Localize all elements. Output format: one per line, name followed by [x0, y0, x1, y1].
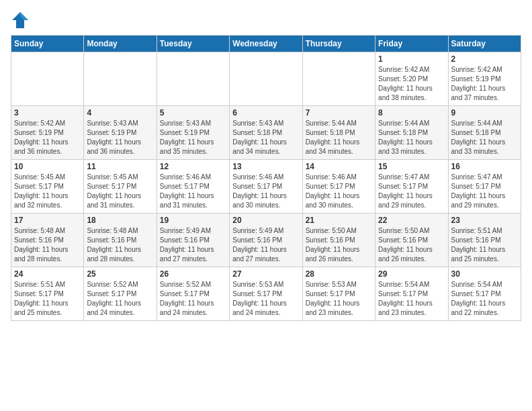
day-info: Sunrise: 5:42 AM Sunset: 5:20 PM Dayligh… [378, 65, 445, 103]
day-info: Sunrise: 5:44 AM Sunset: 5:18 PM Dayligh… [306, 119, 372, 156]
calendar-cell: 18Sunrise: 5:48 AM Sunset: 5:16 PM Dayli… [84, 214, 157, 267]
calendar-cell: 29Sunrise: 5:54 AM Sunset: 5:17 PM Dayli… [375, 267, 448, 321]
logo [11, 11, 32, 30]
day-info: Sunrise: 5:49 AM Sunset: 5:16 PM Dayligh… [232, 226, 299, 264]
day-info: Sunrise: 5:51 AM Sunset: 5:17 PM Dayligh… [14, 280, 81, 318]
calendar-cell: 15Sunrise: 5:47 AM Sunset: 5:17 PM Dayli… [375, 160, 448, 214]
day-number: 27 [232, 269, 299, 279]
weekday-header-thursday: Thursday [302, 36, 375, 52]
day-number: 4 [87, 108, 153, 118]
calendar-cell: 20Sunrise: 5:49 AM Sunset: 5:16 PM Dayli… [230, 214, 302, 267]
calendar-cell [230, 52, 302, 106]
calendar-cell [84, 52, 157, 106]
day-info: Sunrise: 5:53 AM Sunset: 5:17 PM Dayligh… [306, 280, 372, 318]
calendar-cell: 6Sunrise: 5:43 AM Sunset: 5:18 PM Daylig… [230, 106, 302, 160]
calendar-week-row: 1Sunrise: 5:42 AM Sunset: 5:20 PM Daylig… [11, 52, 521, 106]
day-number: 30 [451, 269, 518, 279]
calendar-cell [157, 52, 229, 106]
calendar-cell: 22Sunrise: 5:50 AM Sunset: 5:16 PM Dayli… [375, 214, 448, 267]
day-info: Sunrise: 5:50 AM Sunset: 5:16 PM Dayligh… [378, 226, 445, 264]
day-number: 22 [378, 216, 445, 225]
calendar-cell: 21Sunrise: 5:50 AM Sunset: 5:16 PM Dayli… [302, 214, 375, 267]
calendar-cell: 27Sunrise: 5:53 AM Sunset: 5:17 PM Dayli… [230, 267, 302, 321]
day-info: Sunrise: 5:46 AM Sunset: 5:17 PM Dayligh… [232, 173, 299, 210]
calendar-week-row: 17Sunrise: 5:48 AM Sunset: 5:16 PM Dayli… [11, 214, 521, 267]
day-number: 16 [451, 162, 518, 171]
calendar-week-row: 3Sunrise: 5:42 AM Sunset: 5:19 PM Daylig… [11, 106, 521, 160]
day-number: 17 [14, 216, 81, 225]
day-info: Sunrise: 5:46 AM Sunset: 5:17 PM Dayligh… [306, 173, 372, 210]
calendar-cell: 1Sunrise: 5:42 AM Sunset: 5:20 PM Daylig… [375, 52, 448, 106]
calendar-table: SundayMondayTuesdayWednesdayThursdayFrid… [11, 35, 521, 321]
day-info: Sunrise: 5:43 AM Sunset: 5:18 PM Dayligh… [232, 119, 299, 156]
calendar-cell: 19Sunrise: 5:49 AM Sunset: 5:16 PM Dayli… [157, 214, 229, 267]
weekday-header-tuesday: Tuesday [157, 36, 229, 52]
day-number: 5 [160, 108, 226, 118]
weekday-header-monday: Monday [84, 36, 157, 52]
day-number: 1 [378, 54, 445, 64]
day-info: Sunrise: 5:42 AM Sunset: 5:19 PM Dayligh… [451, 65, 518, 103]
day-number: 6 [232, 108, 299, 118]
calendar-week-row: 24Sunrise: 5:51 AM Sunset: 5:17 PM Dayli… [11, 267, 521, 321]
day-info: Sunrise: 5:49 AM Sunset: 5:16 PM Dayligh… [160, 226, 226, 264]
day-info: Sunrise: 5:42 AM Sunset: 5:19 PM Dayligh… [14, 119, 81, 156]
day-number: 23 [451, 216, 518, 225]
day-info: Sunrise: 5:52 AM Sunset: 5:17 PM Dayligh… [87, 280, 153, 318]
page-header [11, 11, 521, 30]
calendar-cell [302, 52, 375, 106]
weekday-header-wednesday: Wednesday [230, 36, 302, 52]
day-number: 19 [160, 216, 226, 225]
day-number: 21 [306, 216, 372, 225]
day-number: 14 [306, 162, 372, 171]
day-number: 2 [451, 54, 518, 64]
day-number: 28 [306, 269, 372, 279]
day-info: Sunrise: 5:54 AM Sunset: 5:17 PM Dayligh… [378, 280, 445, 318]
day-number: 24 [14, 269, 81, 279]
calendar-cell: 26Sunrise: 5:52 AM Sunset: 5:17 PM Dayli… [157, 267, 229, 321]
weekday-header-row: SundayMondayTuesdayWednesdayThursdayFrid… [11, 36, 521, 52]
calendar-cell: 8Sunrise: 5:44 AM Sunset: 5:18 PM Daylig… [375, 106, 448, 160]
calendar-cell: 28Sunrise: 5:53 AM Sunset: 5:17 PM Dayli… [302, 267, 375, 321]
day-number: 9 [451, 108, 518, 118]
day-info: Sunrise: 5:45 AM Sunset: 5:17 PM Dayligh… [14, 173, 81, 210]
day-info: Sunrise: 5:48 AM Sunset: 5:16 PM Dayligh… [14, 226, 81, 264]
day-info: Sunrise: 5:54 AM Sunset: 5:17 PM Dayligh… [451, 280, 518, 318]
calendar-cell: 14Sunrise: 5:46 AM Sunset: 5:17 PM Dayli… [302, 160, 375, 214]
day-number: 3 [14, 108, 81, 118]
calendar-cell: 3Sunrise: 5:42 AM Sunset: 5:19 PM Daylig… [11, 106, 84, 160]
calendar-cell [11, 52, 84, 106]
day-number: 8 [378, 108, 445, 118]
calendar-cell: 13Sunrise: 5:46 AM Sunset: 5:17 PM Dayli… [230, 160, 302, 214]
day-number: 18 [87, 216, 153, 225]
weekday-header-friday: Friday [375, 36, 448, 52]
weekday-header-saturday: Saturday [448, 36, 521, 52]
day-info: Sunrise: 5:53 AM Sunset: 5:17 PM Dayligh… [232, 280, 299, 318]
calendar-cell: 4Sunrise: 5:43 AM Sunset: 5:19 PM Daylig… [84, 106, 157, 160]
calendar-cell: 17Sunrise: 5:48 AM Sunset: 5:16 PM Dayli… [11, 214, 84, 267]
day-number: 7 [306, 108, 372, 118]
day-info: Sunrise: 5:51 AM Sunset: 5:16 PM Dayligh… [451, 226, 518, 264]
calendar-cell: 12Sunrise: 5:46 AM Sunset: 5:17 PM Dayli… [157, 160, 229, 214]
calendar-cell: 11Sunrise: 5:45 AM Sunset: 5:17 PM Dayli… [84, 160, 157, 214]
calendar-cell: 9Sunrise: 5:44 AM Sunset: 5:18 PM Daylig… [448, 106, 521, 160]
calendar-cell: 5Sunrise: 5:43 AM Sunset: 5:19 PM Daylig… [157, 106, 229, 160]
day-info: Sunrise: 5:52 AM Sunset: 5:17 PM Dayligh… [160, 280, 226, 318]
calendar-cell: 25Sunrise: 5:52 AM Sunset: 5:17 PM Dayli… [84, 267, 157, 321]
day-number: 20 [232, 216, 299, 225]
calendar-cell: 30Sunrise: 5:54 AM Sunset: 5:17 PM Dayli… [448, 267, 521, 321]
weekday-header-sunday: Sunday [11, 36, 84, 52]
calendar-cell: 24Sunrise: 5:51 AM Sunset: 5:17 PM Dayli… [11, 267, 84, 321]
day-info: Sunrise: 5:43 AM Sunset: 5:19 PM Dayligh… [87, 119, 153, 156]
day-info: Sunrise: 5:44 AM Sunset: 5:18 PM Dayligh… [451, 119, 518, 156]
day-info: Sunrise: 5:47 AM Sunset: 5:17 PM Dayligh… [378, 173, 445, 210]
day-info: Sunrise: 5:46 AM Sunset: 5:17 PM Dayligh… [160, 173, 226, 210]
day-number: 15 [378, 162, 445, 171]
calendar-cell: 23Sunrise: 5:51 AM Sunset: 5:16 PM Dayli… [448, 214, 521, 267]
day-info: Sunrise: 5:47 AM Sunset: 5:17 PM Dayligh… [451, 173, 518, 210]
calendar-week-row: 10Sunrise: 5:45 AM Sunset: 5:17 PM Dayli… [11, 160, 521, 214]
day-number: 25 [87, 269, 153, 279]
day-info: Sunrise: 5:45 AM Sunset: 5:17 PM Dayligh… [87, 173, 153, 210]
calendar-cell: 16Sunrise: 5:47 AM Sunset: 5:17 PM Dayli… [448, 160, 521, 214]
day-info: Sunrise: 5:48 AM Sunset: 5:16 PM Dayligh… [87, 226, 153, 264]
day-number: 29 [378, 269, 445, 279]
